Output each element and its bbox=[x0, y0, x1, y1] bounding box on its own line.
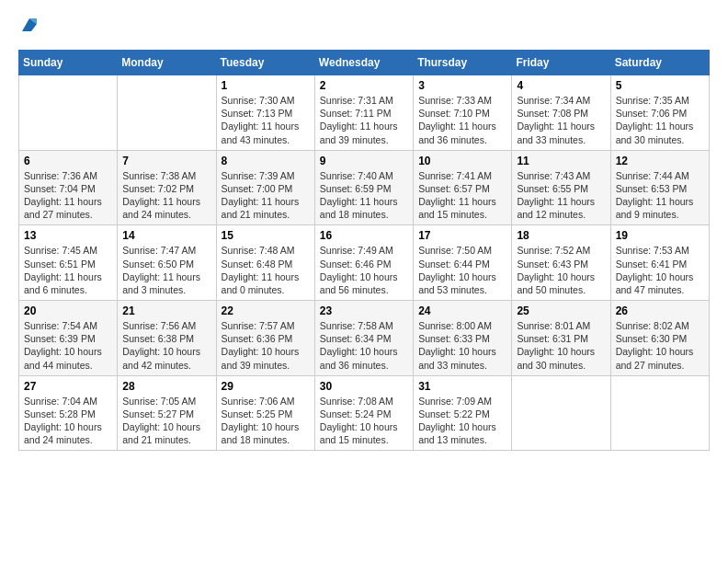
day-number: 31 bbox=[418, 380, 506, 393]
page-header bbox=[18, 18, 710, 35]
day-info: Sunrise: 7:53 AMSunset: 6:41 PMDaylight:… bbox=[616, 244, 704, 296]
day-info: Sunrise: 7:34 AMSunset: 7:08 PMDaylight:… bbox=[517, 94, 605, 146]
calendar-cell: 18Sunrise: 7:52 AMSunset: 6:43 PMDayligh… bbox=[512, 225, 610, 301]
calendar-cell: 2Sunrise: 7:31 AMSunset: 7:11 PMDaylight… bbox=[314, 75, 413, 151]
day-info: Sunrise: 7:45 AMSunset: 6:51 PMDaylight:… bbox=[24, 244, 112, 296]
logo bbox=[18, 18, 39, 35]
calendar-cell: 12Sunrise: 7:44 AMSunset: 6:53 PMDayligh… bbox=[610, 150, 709, 225]
day-info: Sunrise: 7:49 AMSunset: 6:46 PMDaylight:… bbox=[320, 244, 408, 296]
calendar-cell: 27Sunrise: 7:04 AMSunset: 5:28 PMDayligh… bbox=[19, 375, 118, 451]
calendar-cell bbox=[19, 75, 118, 151]
calendar-week-row: 13Sunrise: 7:45 AMSunset: 6:51 PMDayligh… bbox=[19, 225, 710, 301]
day-info: Sunrise: 7:52 AMSunset: 6:43 PMDaylight:… bbox=[517, 244, 605, 296]
day-number: 8 bbox=[222, 155, 310, 167]
weekday-header: Monday bbox=[118, 51, 216, 75]
calendar-cell: 24Sunrise: 8:00 AMSunset: 6:33 PMDayligh… bbox=[414, 301, 512, 376]
calendar-cell: 31Sunrise: 7:09 AMSunset: 5:22 PMDayligh… bbox=[414, 375, 512, 451]
day-number: 17 bbox=[418, 229, 506, 242]
calendar-cell: 9Sunrise: 7:40 AMSunset: 6:59 PMDaylight… bbox=[314, 150, 413, 225]
day-info: Sunrise: 7:40 AMSunset: 6:59 PMDaylight:… bbox=[320, 169, 408, 222]
day-number: 7 bbox=[122, 155, 210, 167]
calendar-cell: 1Sunrise: 7:30 AMSunset: 7:13 PMDaylight… bbox=[216, 75, 314, 151]
calendar-cell: 25Sunrise: 8:01 AMSunset: 6:31 PMDayligh… bbox=[512, 301, 610, 376]
calendar-cell: 26Sunrise: 8:02 AMSunset: 6:30 PMDayligh… bbox=[610, 301, 709, 376]
calendar-cell: 11Sunrise: 7:43 AMSunset: 6:55 PMDayligh… bbox=[512, 150, 610, 225]
day-info: Sunrise: 8:00 AMSunset: 6:33 PMDaylight:… bbox=[418, 319, 506, 372]
day-number: 15 bbox=[222, 229, 310, 242]
day-info: Sunrise: 8:02 AMSunset: 6:30 PMDaylight:… bbox=[616, 319, 704, 372]
calendar-cell: 29Sunrise: 7:06 AMSunset: 5:25 PMDayligh… bbox=[216, 375, 314, 451]
day-info: Sunrise: 7:33 AMSunset: 7:10 PMDaylight:… bbox=[418, 94, 506, 146]
day-info: Sunrise: 7:48 AMSunset: 6:48 PMDaylight:… bbox=[222, 244, 310, 296]
day-number: 22 bbox=[222, 304, 310, 317]
logo-icon bbox=[20, 17, 39, 35]
weekday-header: Thursday bbox=[414, 51, 512, 75]
day-number: 13 bbox=[24, 229, 112, 242]
weekday-header: Sunday bbox=[19, 51, 118, 75]
calendar-cell: 20Sunrise: 7:54 AMSunset: 6:39 PMDayligh… bbox=[19, 301, 118, 376]
calendar-cell: 7Sunrise: 7:38 AMSunset: 7:02 PMDaylight… bbox=[118, 150, 216, 225]
weekday-header: Saturday bbox=[610, 51, 709, 75]
weekday-header: Wednesday bbox=[314, 51, 413, 75]
day-number: 29 bbox=[222, 380, 310, 393]
calendar-week-row: 20Sunrise: 7:54 AMSunset: 6:39 PMDayligh… bbox=[19, 301, 710, 376]
day-number: 27 bbox=[24, 380, 112, 393]
calendar-cell: 13Sunrise: 7:45 AMSunset: 6:51 PMDayligh… bbox=[19, 225, 118, 301]
day-info: Sunrise: 7:56 AMSunset: 6:38 PMDaylight:… bbox=[122, 319, 210, 372]
day-number: 14 bbox=[122, 229, 210, 242]
calendar-cell bbox=[118, 75, 216, 151]
day-info: Sunrise: 7:35 AMSunset: 7:06 PMDaylight:… bbox=[616, 94, 704, 146]
day-number: 21 bbox=[122, 304, 210, 317]
day-info: Sunrise: 7:30 AMSunset: 7:13 PMDaylight:… bbox=[222, 94, 310, 146]
calendar-cell: 6Sunrise: 7:36 AMSunset: 7:04 PMDaylight… bbox=[19, 150, 118, 225]
day-info: Sunrise: 7:31 AMSunset: 7:11 PMDaylight:… bbox=[320, 94, 408, 146]
day-info: Sunrise: 7:44 AMSunset: 6:53 PMDaylight:… bbox=[616, 169, 704, 222]
calendar-cell: 21Sunrise: 7:56 AMSunset: 6:38 PMDayligh… bbox=[118, 301, 216, 376]
day-info: Sunrise: 7:43 AMSunset: 6:55 PMDaylight:… bbox=[517, 169, 605, 222]
day-number: 12 bbox=[616, 155, 704, 167]
calendar-week-row: 27Sunrise: 7:04 AMSunset: 5:28 PMDayligh… bbox=[19, 375, 710, 451]
calendar-cell bbox=[512, 375, 610, 451]
day-number: 19 bbox=[616, 229, 704, 242]
calendar-table: SundayMondayTuesdayWednesdayThursdayFrid… bbox=[18, 50, 710, 451]
weekday-header: Tuesday bbox=[216, 51, 314, 75]
day-number: 5 bbox=[616, 79, 704, 92]
calendar-cell: 16Sunrise: 7:49 AMSunset: 6:46 PMDayligh… bbox=[314, 225, 413, 301]
day-info: Sunrise: 8:01 AMSunset: 6:31 PMDaylight:… bbox=[517, 319, 605, 372]
day-info: Sunrise: 7:36 AMSunset: 7:04 PMDaylight:… bbox=[24, 169, 112, 222]
calendar-week-row: 6Sunrise: 7:36 AMSunset: 7:04 PMDaylight… bbox=[19, 150, 710, 225]
calendar-cell bbox=[610, 375, 709, 451]
day-number: 28 bbox=[122, 380, 210, 393]
day-number: 4 bbox=[517, 79, 605, 92]
calendar-cell: 28Sunrise: 7:05 AMSunset: 5:27 PMDayligh… bbox=[118, 375, 216, 451]
day-info: Sunrise: 7:54 AMSunset: 6:39 PMDaylight:… bbox=[24, 319, 112, 372]
day-info: Sunrise: 7:58 AMSunset: 6:34 PMDaylight:… bbox=[320, 319, 408, 372]
day-number: 24 bbox=[418, 304, 506, 317]
calendar-cell: 8Sunrise: 7:39 AMSunset: 7:00 PMDaylight… bbox=[216, 150, 314, 225]
day-info: Sunrise: 7:39 AMSunset: 7:00 PMDaylight:… bbox=[222, 169, 310, 222]
calendar-cell: 23Sunrise: 7:58 AMSunset: 6:34 PMDayligh… bbox=[314, 301, 413, 376]
day-number: 26 bbox=[616, 304, 704, 317]
calendar-cell: 4Sunrise: 7:34 AMSunset: 7:08 PMDaylight… bbox=[512, 75, 610, 151]
weekday-header: Friday bbox=[512, 51, 610, 75]
day-number: 1 bbox=[222, 79, 310, 92]
day-info: Sunrise: 7:05 AMSunset: 5:27 PMDaylight:… bbox=[122, 395, 210, 447]
calendar-cell: 5Sunrise: 7:35 AMSunset: 7:06 PMDaylight… bbox=[610, 75, 709, 151]
calendar-cell: 17Sunrise: 7:50 AMSunset: 6:44 PMDayligh… bbox=[414, 225, 512, 301]
day-info: Sunrise: 7:08 AMSunset: 5:24 PMDaylight:… bbox=[320, 395, 408, 447]
calendar-cell: 14Sunrise: 7:47 AMSunset: 6:50 PMDayligh… bbox=[118, 225, 216, 301]
day-number: 23 bbox=[320, 304, 408, 317]
calendar-cell: 10Sunrise: 7:41 AMSunset: 6:57 PMDayligh… bbox=[414, 150, 512, 225]
day-info: Sunrise: 7:57 AMSunset: 6:36 PMDaylight:… bbox=[222, 319, 310, 372]
calendar-cell: 19Sunrise: 7:53 AMSunset: 6:41 PMDayligh… bbox=[610, 225, 709, 301]
calendar-cell: 22Sunrise: 7:57 AMSunset: 6:36 PMDayligh… bbox=[216, 301, 314, 376]
day-number: 30 bbox=[320, 380, 408, 393]
day-number: 3 bbox=[418, 79, 506, 92]
calendar-cell: 15Sunrise: 7:48 AMSunset: 6:48 PMDayligh… bbox=[216, 225, 314, 301]
day-number: 6 bbox=[24, 155, 112, 167]
day-number: 25 bbox=[517, 304, 605, 317]
day-info: Sunrise: 7:04 AMSunset: 5:28 PMDaylight:… bbox=[24, 395, 112, 447]
day-number: 10 bbox=[418, 155, 506, 167]
day-number: 11 bbox=[517, 155, 605, 167]
weekday-header-row: SundayMondayTuesdayWednesdayThursdayFrid… bbox=[19, 51, 710, 75]
